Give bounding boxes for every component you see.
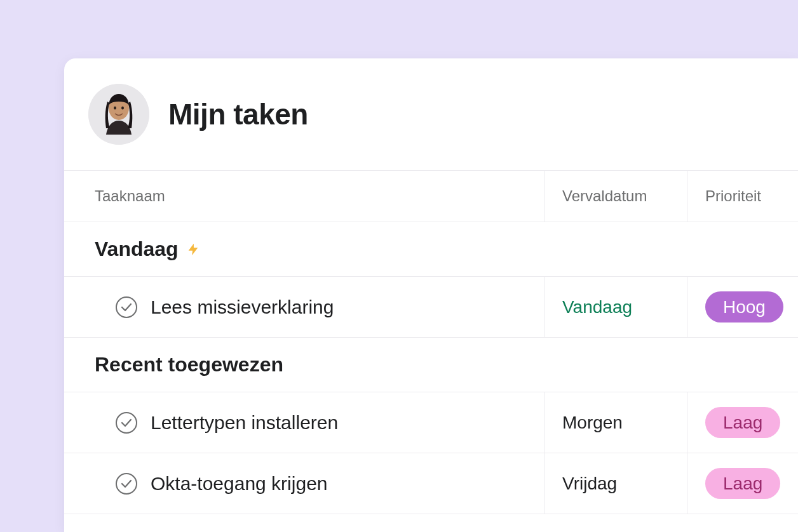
task-row[interactable]: Okta-toegang krijgenVrijdagLaag xyxy=(64,453,798,514)
sections-container: Vandaag Lees missieverklaringVandaagHoog… xyxy=(64,222,798,514)
column-header-name[interactable]: Taaknaam xyxy=(64,171,544,222)
task-due: Vrijdag xyxy=(562,474,617,494)
page-title: Mijn taken xyxy=(168,97,308,131)
bolt-icon xyxy=(186,241,200,258)
column-header-due[interactable]: Vervaldatum xyxy=(544,171,687,222)
task-name: Okta-toegang krijgen xyxy=(151,473,328,495)
task-priority-cell[interactable]: Hoog xyxy=(687,277,798,337)
task-name: Lees missieverklaring xyxy=(151,296,334,318)
section-header[interactable]: Vandaag xyxy=(64,222,798,277)
svg-point-4 xyxy=(116,297,137,317)
svg-point-2 xyxy=(114,107,116,110)
task-due: Morgen xyxy=(562,413,623,433)
priority-pill: Laag xyxy=(705,407,780,439)
task-name-cell: Lees missieverklaring xyxy=(64,277,544,337)
task-row[interactable]: Lettertypen installerenMorgenLaag xyxy=(64,392,798,453)
avatar-image xyxy=(88,84,149,145)
section-label: Recent toegewezen xyxy=(95,353,283,376)
task-name-cell: Lettertypen installeren xyxy=(64,392,544,453)
task-row[interactable]: Lees missieverklaringVandaagHoog xyxy=(64,277,798,338)
priority-pill: Laag xyxy=(705,468,780,500)
column-header-priority[interactable]: Prioriteit xyxy=(687,171,798,222)
check-circle-icon[interactable] xyxy=(115,472,138,495)
check-circle-icon[interactable] xyxy=(115,296,138,319)
tasks-card: Mijn taken Taaknaam Vervaldatum Priorite… xyxy=(64,58,798,532)
column-headers: Taaknaam Vervaldatum Prioriteit xyxy=(64,170,798,222)
svg-point-3 xyxy=(121,107,124,110)
check-circle-icon[interactable] xyxy=(115,411,138,434)
section-header[interactable]: Recent toegewezen xyxy=(64,338,798,392)
task-name-cell: Okta-toegang krijgen xyxy=(64,453,544,514)
task-priority-cell[interactable]: Laag xyxy=(687,453,798,514)
section-label: Vandaag xyxy=(95,237,179,261)
task-due-cell[interactable]: Morgen xyxy=(544,392,687,453)
task-due: Vandaag xyxy=(562,297,632,317)
svg-point-6 xyxy=(116,474,137,494)
svg-point-5 xyxy=(116,413,137,433)
task-name: Lettertypen installeren xyxy=(151,412,338,434)
avatar[interactable] xyxy=(88,84,149,145)
task-due-cell[interactable]: Vrijdag xyxy=(544,453,687,514)
task-priority-cell[interactable]: Laag xyxy=(687,392,798,453)
priority-pill: Hoog xyxy=(705,291,783,323)
card-header: Mijn taken xyxy=(64,58,798,170)
task-due-cell[interactable]: Vandaag xyxy=(544,277,687,337)
